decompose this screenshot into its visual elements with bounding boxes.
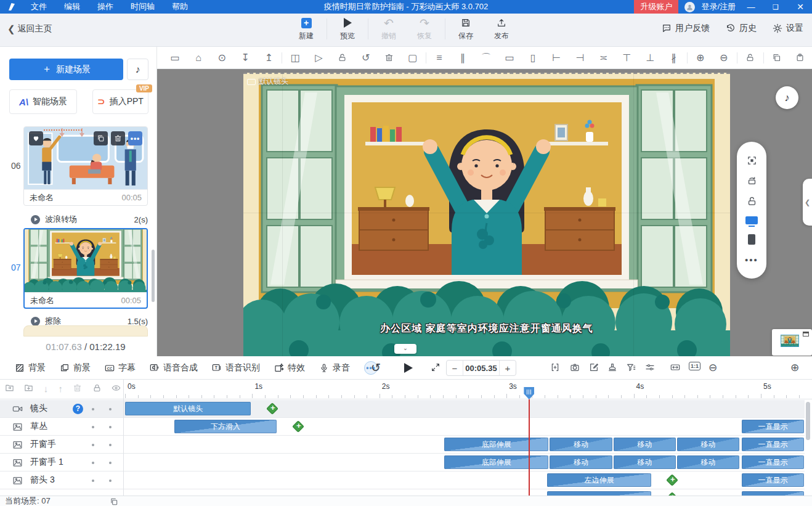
copy-icon[interactable] (765, 53, 789, 62)
stamp-button[interactable] (607, 362, 617, 372)
mini-preview-panel[interactable] (772, 329, 812, 356)
align-left-icon[interactable]: ⊢ (545, 47, 568, 69)
smart-scene-button[interactable]: A\智能场景 (9, 89, 77, 114)
adjust-button[interactable] (645, 362, 655, 372)
rotate-icon[interactable]: ↺ (354, 47, 378, 69)
flip-vertical-icon[interactable]: ▷ (307, 47, 330, 69)
track-toggle-dot[interactable] (109, 462, 112, 464)
track-toggle-dot[interactable] (109, 408, 112, 410)
portrait-mode-button[interactable] (748, 234, 755, 245)
scene-name[interactable]: 未命名 (30, 192, 54, 203)
next-scene-partial[interactable] (23, 325, 148, 337)
subtitle-text[interactable]: 办公区域 家庭等室内环境应注意开窗通风换气 (243, 322, 730, 335)
track-toggle-dot[interactable] (109, 426, 112, 428)
edit-note-button[interactable] (589, 362, 599, 372)
current-time[interactable]: 00:05.35 (463, 361, 500, 375)
login-register-link[interactable]: 登录/注册 (701, 1, 736, 12)
actual-size-button[interactable]: 1:1 (689, 362, 700, 370)
add-animation-button[interactable] (292, 420, 304, 433)
more-options-icon[interactable]: ••• (745, 255, 758, 265)
track-toggle-dot[interactable] (109, 444, 112, 446)
timeline-clip[interactable]: 移动 (550, 438, 612, 451)
align-horizontal-center-icon[interactable]: ≡ (428, 47, 451, 69)
scene-card-06[interactable]: ••• 未命名00:05 (23, 126, 148, 206)
record-button[interactable]: 录音 (319, 362, 350, 373)
track-toggle-dot[interactable] (92, 479, 94, 482)
snap-top-icon[interactable]: ⌒ (474, 47, 498, 69)
same-height-icon[interactable]: ▯ (521, 47, 545, 69)
scene-07-thumbnail[interactable] (25, 229, 147, 292)
track-header[interactable] (0, 489, 123, 496)
timeline-clip[interactable]: 一直显示 (742, 473, 804, 487)
layer-up-icon[interactable]: ↥ (257, 47, 280, 69)
timeline-clip[interactable]: 移动 (677, 455, 739, 469)
timeline-zoom-in-button[interactable]: ⊕ (790, 361, 799, 374)
timeline-clip[interactable]: 一直显示 (742, 420, 804, 433)
ruler-icon[interactable]: ▭ (163, 47, 187, 69)
time-minus-button[interactable]: − (447, 361, 463, 375)
menu-operate[interactable]: 操作 (89, 0, 122, 14)
more-circle-icon[interactable]: ⊙ (210, 47, 233, 69)
add-animation-button[interactable] (267, 402, 279, 415)
more-scene-button[interactable]: ••• (128, 131, 142, 145)
timeline-clip[interactable]: 移动 (550, 455, 612, 469)
menu-help[interactable]: 帮助 (163, 0, 197, 14)
timeline-clip[interactable] (742, 491, 804, 496)
timeline-clip[interactable]: 移动 (614, 455, 676, 469)
track-header[interactable]: 镜头? (0, 400, 123, 417)
subtitle-button[interactable]: 字幕 (105, 362, 136, 373)
scene-name[interactable]: 未命名 (30, 295, 54, 306)
landscape-mode-button[interactable] (745, 216, 758, 224)
close-button[interactable]: ✕ (791, 2, 810, 12)
favorite-button[interactable] (29, 131, 43, 145)
transition-item[interactable]: 波浪转场 2(s) (31, 213, 148, 226)
move-track-up-icon[interactable]: ↑ (58, 383, 63, 395)
menu-file[interactable]: 文件 (22, 0, 55, 14)
camera-label[interactable]: 默认镜头 (247, 76, 288, 87)
effects-button[interactable]: 特效 (274, 362, 305, 373)
settings-button[interactable]: 设置 (773, 23, 803, 34)
lock-canvas-icon[interactable] (739, 53, 762, 62)
play-transition-icon[interactable] (31, 215, 40, 224)
home-icon[interactable]: ⌂ (187, 47, 210, 69)
timeline-clip[interactable]: 移动 (614, 438, 676, 451)
timeline-clip[interactable]: 移动 (677, 438, 739, 451)
copy-icon[interactable] (110, 497, 118, 506)
timeline-clip[interactable]: 底部伸展 (444, 455, 548, 469)
layer-down-icon[interactable]: ↧ (233, 47, 257, 69)
add-animation-button[interactable] (666, 474, 678, 486)
undo-button[interactable]: ↶撤销 (371, 17, 407, 41)
new-button[interactable]: +新建 (288, 17, 324, 41)
same-width-icon[interactable]: ▭ (498, 47, 521, 69)
toggle-visibility-icon[interactable] (112, 383, 121, 395)
timeline-clip[interactable]: 左边伸展 (547, 473, 651, 487)
track-header[interactable]: 开窗手 (0, 436, 123, 453)
rotate-screen-icon[interactable] (747, 176, 757, 186)
timeline-clip[interactable]: 下方滑入 (174, 420, 276, 433)
menu-edit[interactable]: 编辑 (55, 0, 89, 14)
save-button[interactable]: 保存 (448, 17, 484, 41)
equal-spacing-icon[interactable]: ∦ (662, 47, 686, 69)
scene-music-button[interactable]: ♪ (127, 59, 148, 80)
timeline-clip[interactable]: 默认镜头 (125, 402, 251, 415)
track-toggle-dot[interactable] (92, 462, 94, 464)
filter-button[interactable] (626, 362, 636, 372)
background-button[interactable]: 背景 (15, 362, 46, 373)
foreground-button[interactable]: 前景 (60, 362, 91, 373)
help-badge[interactable]: ? (73, 404, 83, 414)
align-middle-icon[interactable]: ≍ (591, 47, 615, 69)
delete-scene-button[interactable] (111, 131, 125, 145)
back-to-home-button[interactable]: ❮ 返回主页 (7, 23, 52, 35)
stage[interactable]: 默认镜头 办公区域 家庭等室内环境应注意开窗通风换气 (243, 73, 730, 356)
align-top-icon[interactable]: ⊤ (615, 47, 638, 69)
delete-track-icon[interactable] (73, 383, 82, 395)
align-bottom-icon[interactable]: ⊥ (639, 47, 662, 69)
timeline-ruler[interactable]: ↓↑ 0s1s2s3s4s5s (0, 380, 812, 399)
paste-icon[interactable] (789, 53, 812, 62)
timeline-clip[interactable] (547, 491, 651, 496)
collapse-playbar-button[interactable]: ⌄ (394, 344, 416, 354)
user-feedback-button[interactable]: 用户反馈 (662, 23, 710, 34)
redo-button[interactable]: ↷恢复 (407, 17, 442, 41)
fit-stage-icon[interactable] (747, 155, 757, 166)
maximize-button[interactable]: ❑ (766, 3, 785, 11)
